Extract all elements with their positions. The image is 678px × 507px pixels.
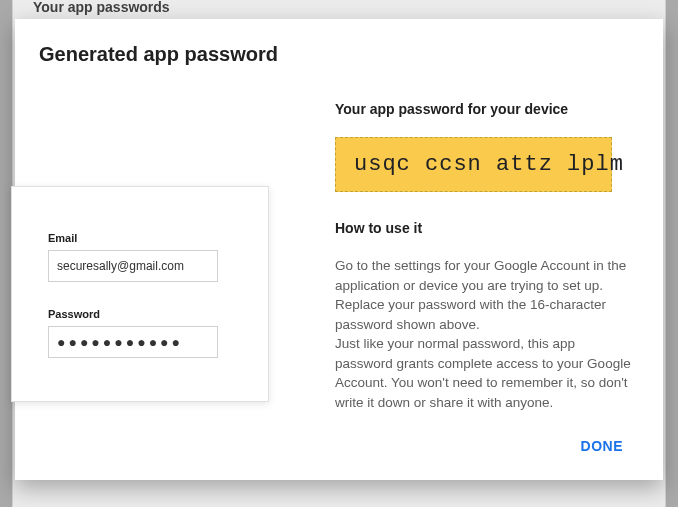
howto-heading: How to use it (335, 220, 635, 236)
login-preview-card: Email Password ●●●●●●●●●●● (11, 186, 269, 402)
password-field[interactable]: ●●●●●●●●●●● (48, 326, 218, 358)
done-button[interactable]: DONE (567, 430, 637, 462)
app-password-value: usqc ccsn attz lplm (354, 152, 624, 177)
dialog-actions: DONE (567, 430, 637, 462)
page-section-title: Your app passwords (13, 0, 665, 14)
password-label: Password (48, 308, 232, 320)
dialog-title: Generated app password (39, 43, 639, 66)
app-password-box: usqc ccsn attz lplm (335, 137, 612, 192)
email-label: Email (48, 232, 232, 244)
howto-paragraph-1: Go to the settings for your Google Accou… (335, 258, 626, 332)
howto-paragraph-2: Just like your normal password, this app… (335, 336, 631, 410)
email-field[interactable] (48, 250, 218, 282)
app-password-dialog: Generated app password Email Password ●●… (15, 19, 663, 480)
instructions-column: Your app password for your device usqc c… (335, 101, 635, 412)
howto-body: Go to the settings for your Google Accou… (335, 256, 631, 412)
device-line: Your app password for your device (335, 101, 635, 117)
